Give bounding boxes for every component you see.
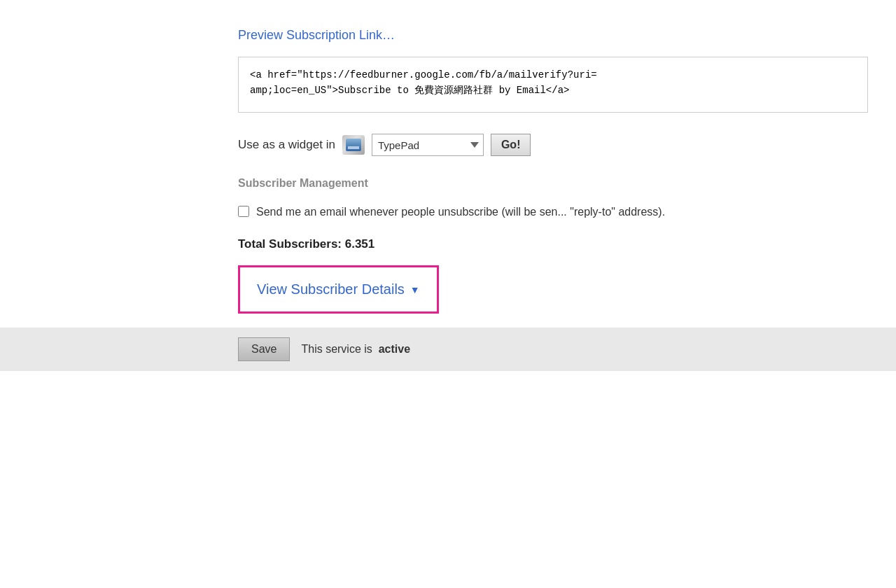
unsubscribe-notification-row: Send me an email whenever people unsubsc… [238,204,868,220]
widget-platform-select[interactable]: TypePad Blogger WordPress Other [372,134,484,156]
service-status: This service is active [301,343,410,356]
view-subscriber-details-box: View Subscriber Details ▼ [238,265,439,314]
chevron-down-icon: ▼ [410,284,420,295]
code-box: <a href="https://feedburner.google.com/f… [238,57,868,113]
code-line1: <a href="https://feedburner.google.com/f… [250,69,597,80]
preview-subscription-link[interactable]: Preview Subscription Link… [238,28,395,43]
widget-label: Use as a widget in [238,138,335,152]
widget-row: Use as a widget in TypePad Blogger WordP… [238,134,868,156]
total-subscribers: Total Subscribers: 6.351 [238,237,868,251]
widget-icon [342,135,365,155]
widget-icon-inner [346,139,361,151]
unsubscribe-notification-checkbox[interactable] [238,206,249,217]
code-line2: amp;loc=en_US">Subscribe to 免費資源網路社群 by … [250,85,569,96]
view-subscriber-details-link[interactable]: View Subscriber Details ▼ [257,281,420,298]
page-container: Preview Subscription Link… <a href="http… [0,0,896,588]
bottom-bar: Save This service is active [0,328,896,371]
save-button[interactable]: Save [238,337,290,361]
subscriber-management-heading: Subscriber Management [238,177,868,190]
content-area: Preview Subscription Link… <a href="http… [0,0,896,314]
unsubscribe-notification-label: Send me an email whenever people unsubsc… [256,204,665,220]
status-text: This service is [301,343,372,355]
status-value: active [379,343,410,355]
go-button[interactable]: Go! [491,134,531,156]
view-subscriber-details-label: View Subscriber Details [257,281,405,298]
